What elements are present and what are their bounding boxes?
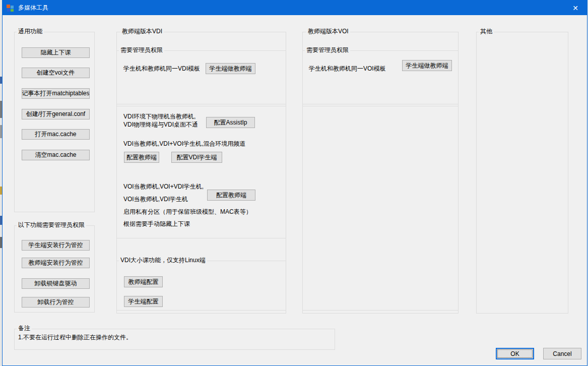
private-partition-text: 启用私有分区（用于保留班级模型、MAC表等） xyxy=(123,208,252,216)
group-vdi-admin-required-label: 需要管理员权限 xyxy=(119,46,164,54)
group-vdi-linux-class-label: VDI大小课功能，仅支持Linux端 xyxy=(119,257,207,264)
group-teacher-voi-label: 教师端版本VOI xyxy=(306,28,350,35)
dialog-client-area: 通用功能 隐藏上下课 创建空voi文件 记事本打开matchiptables 创… xyxy=(3,15,587,365)
close-icon: ✕ xyxy=(572,4,578,12)
note-text-1: 1.不要在运行过程中删除正在操作的文件。 xyxy=(18,333,132,341)
open-general-conf-button[interactable]: 创建/打开general.conf xyxy=(22,109,90,119)
configure-voi-teacher-button[interactable]: 配置教师端 xyxy=(207,190,255,201)
app-icon xyxy=(6,4,14,12)
screen: 多媒体工具 ✕ 通用功能 隐藏上下课 创建空voi文件 记事本打开matchip… xyxy=(0,0,588,366)
cancel-button[interactable]: Cancel xyxy=(543,348,581,359)
student-config-button[interactable]: 学生端配置 xyxy=(124,296,163,307)
group-general-functions: 通用功能 xyxy=(14,32,95,212)
ok-button[interactable]: OK xyxy=(496,348,534,359)
group-other: 其他 xyxy=(476,32,568,314)
vdi-assist-text-line1: VDI环境下物理机当教师机, xyxy=(123,112,195,120)
vdi-mixed-channel-text: VDI当教师机,VDI+VOI学生机,混合环境用频道 xyxy=(123,140,245,148)
group-admin-functions-label: 以下功能需要管理员权限 xyxy=(17,221,86,229)
uninstall-keylock-driver-button[interactable]: 卸载锁键盘驱动 xyxy=(22,278,90,289)
dialog-window: 多媒体工具 ✕ 通用功能 隐藏上下课 创建空voi文件 记事本打开matchip… xyxy=(2,0,587,366)
group-voi-admin-required-label: 需要管理员权限 xyxy=(305,46,350,54)
vdi-assist-text-line2: VDI物理终端与VDI桌面不通 xyxy=(123,120,198,129)
group-vdi-admin-required: 需要管理员权限 xyxy=(116,50,286,104)
voi-same-template-text: 学生机和教师机同一VOI模板 xyxy=(309,65,386,73)
open-mac-cache-button[interactable]: 打开mac.cache xyxy=(22,129,90,140)
voi-student-as-teacher-button[interactable]: 学生端做教师端 xyxy=(402,60,452,71)
teacher-install-control-button[interactable]: 教师端安装行为管控 xyxy=(22,258,90,268)
group-notes-label: 备注 xyxy=(17,325,32,332)
close-button[interactable]: ✕ xyxy=(564,1,587,15)
uninstall-behavior-control-button[interactable]: 卸载行为管控 xyxy=(22,297,90,308)
configure-teacher-button[interactable]: 配置教师端 xyxy=(124,152,159,163)
manual-hide-text: 根据需要手动隐藏上下课 xyxy=(123,220,190,228)
voi-teacher-text-line2: VOI当教师机,VDI学生机 xyxy=(123,195,188,203)
vdi-student-as-teacher-button[interactable]: 学生端做教师端 xyxy=(206,63,255,74)
configure-assistip-button[interactable]: 配置AssistIp xyxy=(206,117,255,128)
group-teacher-vdi-label: 教师端版本VDI xyxy=(120,28,164,35)
group-voi-empty xyxy=(302,106,459,311)
teacher-config-button[interactable]: 教师端配置 xyxy=(124,276,163,287)
create-empty-voi-button[interactable]: 创建空voi文件 xyxy=(22,68,90,78)
hide-class-button[interactable]: 隐藏上下课 xyxy=(22,47,90,58)
voi-teacher-text-line1: VOI当教师机,VOI+VDI学生机, xyxy=(123,182,204,191)
window-title: 多媒体工具 xyxy=(18,4,48,12)
group-voi-admin-required: 需要管理员权限 xyxy=(302,50,459,104)
group-other-label: 其他 xyxy=(479,28,494,35)
titlebar[interactable]: 多媒体工具 ✕ xyxy=(3,1,587,15)
group-general-functions-label: 通用功能 xyxy=(17,28,44,35)
vdi-same-template-text: 学生机和教师机同一VDI模板 xyxy=(123,65,200,73)
configure-vdi-student-button[interactable]: 配置VDI学生端 xyxy=(171,152,222,163)
student-install-control-button[interactable]: 学生端安装行为管控 xyxy=(22,240,90,251)
clear-mac-cache-button[interactable]: 清空mac.cache xyxy=(22,150,90,160)
notepad-matchiptables-button[interactable]: 记事本打开matchiptables xyxy=(22,88,90,99)
